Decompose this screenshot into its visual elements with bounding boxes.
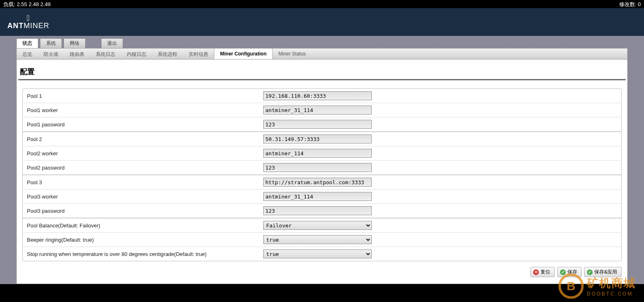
- subtab-syslog[interactable]: 系统日志: [90, 48, 121, 59]
- main-tab-bar: 状态 系统 网络 退出: [0, 36, 644, 48]
- row-pool2: Pool 2: [23, 132, 621, 146]
- subtab-overview[interactable]: 总览: [17, 48, 38, 59]
- label-pool2: Pool 2: [27, 136, 263, 142]
- reset-icon: ✕: [533, 269, 539, 275]
- content-area: 配置 Pool 1 Pool1 worker Pool1 password Po…: [16, 60, 628, 284]
- load-average: 负载: 2.55 2.48 2.49: [3, 1, 51, 7]
- subtab-realtime[interactable]: 实时信息: [183, 48, 214, 59]
- label-pool2-worker: Pool2 worker: [27, 150, 263, 157]
- row-beeper: Beeper ringing(Default: true) true: [23, 233, 621, 247]
- row-pool3-worker: Pool3 worker: [23, 190, 621, 204]
- subtab-miner-configuration[interactable]: Miner Configuration: [214, 48, 273, 59]
- header: 𓆣 ANTMINER: [0, 8, 644, 36]
- label-pool3-password: Pool3 password: [27, 208, 263, 214]
- subtab-miner-status[interactable]: Miner Status: [273, 48, 311, 59]
- row-pool-balance: Pool Balance(Default: Failover) Failover: [23, 218, 621, 233]
- input-pool1-password[interactable]: [263, 120, 372, 129]
- subtab-processes[interactable]: 系统进程: [152, 48, 183, 59]
- select-temp-stop[interactable]: true: [263, 249, 372, 258]
- label-pool1: Pool 1: [27, 93, 263, 99]
- row-pool1-password: Pool1 password: [23, 117, 621, 132]
- tab-spacer: [87, 38, 99, 48]
- top-status-bar: 负载: 2.55 2.48 2.49 修改数: 0: [0, 0, 644, 8]
- subtab-firewall[interactable]: 防火墙: [38, 48, 64, 59]
- watermark: B 矿机商城 DOOBTC.COM: [558, 273, 636, 299]
- bottom-fill: [0, 284, 644, 300]
- label-beeper: Beeper ringing(Default: true): [27, 237, 263, 243]
- subtab-kernlog[interactable]: 内核日志: [121, 48, 152, 59]
- row-pool1-worker: Pool1 worker: [23, 103, 621, 117]
- row-pool3-password: Pool3 password: [23, 204, 621, 218]
- input-pool1-url[interactable]: [263, 91, 372, 100]
- label-pool1-worker: Pool1 worker: [27, 107, 263, 113]
- row-pool2-password: Pool2 password: [23, 161, 621, 175]
- row-pool1: Pool 1: [23, 89, 621, 103]
- select-beeper[interactable]: true: [263, 235, 372, 244]
- sub-tab-bar: 总览 防火墙 路由表 系统日志 内核日志 系统进程 实时信息 Miner Con…: [16, 48, 628, 60]
- row-temp-stop: Stop running when temprerature is over 8…: [23, 247, 621, 261]
- ant-icon: 𓆣: [26, 14, 30, 22]
- input-pool2-worker[interactable]: [263, 149, 372, 158]
- input-pool2-url[interactable]: [263, 134, 372, 143]
- tab-system[interactable]: 系统: [40, 38, 62, 48]
- label-temp-stop: Stop running when temprerature is over 8…: [27, 251, 263, 257]
- tab-status[interactable]: 状态: [16, 38, 38, 48]
- label-pool1-password: Pool1 password: [27, 121, 263, 128]
- input-pool3-url[interactable]: [263, 178, 372, 187]
- watermark-cn: 矿机商城: [587, 276, 636, 291]
- label-pool-balance: Pool Balance(Default: Failover): [27, 223, 263, 229]
- config-form: Pool 1 Pool1 worker Pool1 password Pool …: [22, 88, 622, 261]
- tab-logout[interactable]: 退出: [101, 38, 123, 48]
- select-pool-balance[interactable]: Failover: [263, 221, 372, 230]
- input-pool2-password[interactable]: [263, 163, 372, 172]
- label-pool3: Pool 3: [27, 179, 263, 185]
- row-pool3: Pool 3: [23, 175, 621, 190]
- input-pool3-password[interactable]: [263, 206, 372, 215]
- label-pool2-password: Pool2 password: [27, 165, 263, 171]
- label-pool3-worker: Pool3 worker: [27, 194, 263, 200]
- bitcoin-icon: B: [558, 273, 584, 299]
- body-wrap: 状态 系统 网络 退出 总览 防火墙 路由表 系统日志 内核日志 系统进程 实时…: [0, 36, 644, 284]
- tab-network[interactable]: 网络: [64, 38, 86, 48]
- page-title: 配置: [18, 65, 626, 80]
- row-pool2-worker: Pool2 worker: [23, 146, 621, 161]
- antminer-logo: 𓆣 ANTMINER: [7, 14, 49, 30]
- input-pool1-worker[interactable]: [263, 106, 372, 115]
- unsaved-changes: 修改数: 0: [619, 1, 641, 7]
- watermark-en: DOOBTC.COM: [587, 291, 636, 297]
- subtab-routes[interactable]: 路由表: [64, 48, 90, 59]
- action-buttons: ✕ 复位 ✓ 保存 ✓ 保存&应用: [17, 261, 627, 277]
- input-pool3-worker[interactable]: [263, 192, 372, 201]
- reset-button[interactable]: ✕ 复位: [530, 267, 555, 277]
